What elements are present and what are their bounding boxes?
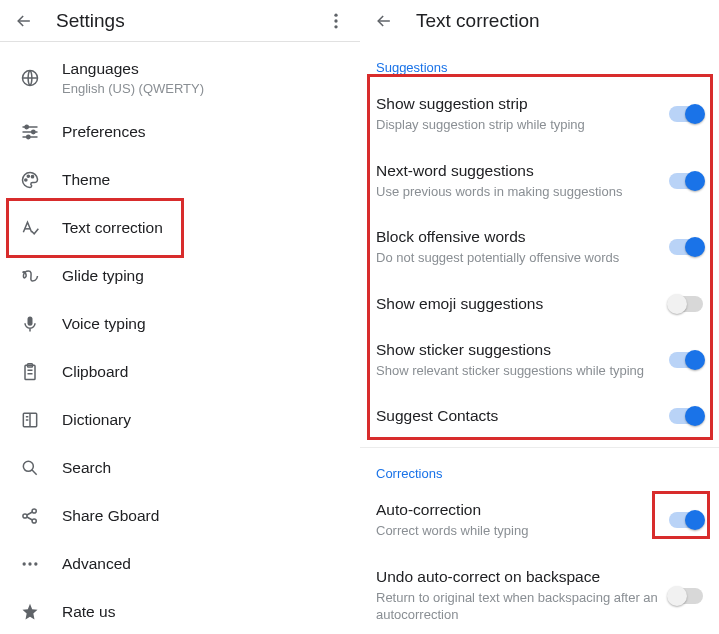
sidebar-item-preferences[interactable]: Preferences [0, 108, 360, 156]
search-icon [20, 458, 62, 478]
sidebar-item-advanced[interactable]: Advanced [0, 540, 360, 588]
sub-label: Use previous words in making suggestions [376, 183, 669, 201]
sub-label: Show relevant sticker suggestions while … [376, 362, 669, 380]
svg-point-16 [23, 514, 27, 518]
toggle-auto-correction[interactable] [669, 512, 703, 528]
toggle-block-offensive[interactable] [669, 239, 703, 255]
sidebar-item-rate[interactable]: Rate us [0, 588, 360, 634]
label: Show emoji suggestions [376, 295, 669, 313]
setting-block-offensive[interactable]: Block offensive words Do not suggest pot… [360, 214, 719, 281]
setting-sticker-suggestions[interactable]: Show sticker suggestions Show relevant s… [360, 327, 719, 394]
label: Search [62, 459, 111, 477]
sidebar-item-dictionary[interactable]: Dictionary [0, 396, 360, 444]
svg-point-6 [27, 135, 30, 138]
back-icon[interactable] [14, 11, 34, 31]
sidebar-item-search[interactable]: Search [0, 444, 360, 492]
setting-undo-autocorrect[interactable]: Undo auto-correct on backspace Return to… [360, 554, 719, 634]
label: Undo auto-correct on backspace [376, 568, 669, 586]
svg-point-15 [32, 509, 36, 513]
sub-label: Display suggestion strip while typing [376, 116, 669, 134]
page-title: Text correction [416, 10, 540, 32]
section-suggestions: Suggestions [360, 42, 719, 81]
sidebar-item-theme[interactable]: Theme [0, 156, 360, 204]
label: Dictionary [62, 411, 131, 429]
toggle-emoji-suggestions[interactable] [669, 296, 703, 312]
label: Show suggestion strip [376, 95, 669, 113]
sub-label: Return to original text when backspacing… [376, 589, 669, 624]
label: Clipboard [62, 363, 128, 381]
setting-emoji-suggestions[interactable]: Show emoji suggestions [360, 281, 719, 327]
svg-point-0 [334, 13, 337, 16]
label: Share Gboard [62, 507, 159, 525]
sidebar-item-share[interactable]: Share Gboard [0, 492, 360, 540]
label: Glide typing [62, 267, 144, 285]
svg-point-7 [25, 179, 27, 181]
svg-rect-10 [28, 317, 33, 326]
svg-point-14 [23, 461, 33, 471]
more-vert-icon[interactable] [326, 11, 346, 31]
setting-next-word[interactable]: Next-word suggestions Use previous words… [360, 148, 719, 215]
palette-icon [20, 170, 62, 190]
more-horiz-icon [20, 554, 62, 574]
label: Preferences [62, 123, 146, 141]
svg-point-8 [27, 175, 29, 177]
settings-list: Languages English (US) (QWERTY) Preferen… [0, 42, 360, 634]
sidebar-item-text-correction[interactable]: Text correction [0, 204, 360, 252]
sidebar-item-clipboard[interactable]: Clipboard [0, 348, 360, 396]
svg-point-17 [32, 519, 36, 523]
label: Next-word suggestions [376, 162, 669, 180]
svg-point-18 [23, 562, 26, 565]
svg-point-1 [334, 19, 337, 22]
sub-label: English (US) (QWERTY) [62, 81, 204, 96]
globe-icon [20, 68, 62, 88]
clipboard-icon [20, 362, 62, 382]
share-icon [20, 506, 62, 526]
label: Auto-correction [376, 501, 669, 519]
svg-point-2 [334, 25, 337, 28]
left-header: Settings [0, 0, 360, 42]
star-icon [20, 602, 62, 622]
label: Voice typing [62, 315, 146, 333]
toggle-sticker-suggestions[interactable] [669, 352, 703, 368]
sidebar-item-languages[interactable]: Languages English (US) (QWERTY) [0, 48, 360, 108]
page-title: Settings [56, 10, 125, 32]
label: Block offensive words [376, 228, 669, 246]
svg-point-5 [32, 130, 35, 133]
setting-auto-correction[interactable]: Auto-correction Correct words while typi… [360, 487, 719, 554]
text-correction-icon [20, 218, 62, 238]
label: Theme [62, 171, 110, 189]
label: Advanced [62, 555, 131, 573]
sidebar-item-voice-typing[interactable]: Voice typing [0, 300, 360, 348]
mic-icon [20, 314, 62, 334]
toggle-suggest-contacts[interactable] [669, 408, 703, 424]
back-icon[interactable] [374, 11, 394, 31]
section-corrections: Corrections [360, 448, 719, 487]
svg-point-9 [31, 176, 33, 178]
right-header: Text correction [360, 0, 719, 42]
label: Languages [62, 60, 204, 78]
sub-label: Do not suggest potentially offensive wor… [376, 249, 669, 267]
svg-point-20 [34, 562, 37, 565]
tune-icon [20, 122, 62, 142]
label: Rate us [62, 603, 115, 621]
svg-point-4 [25, 125, 28, 128]
setting-show-suggestion-strip[interactable]: Show suggestion strip Display suggestion… [360, 81, 719, 148]
sidebar-item-glide-typing[interactable]: Glide typing [0, 252, 360, 300]
toggle-undo-autocorrect[interactable] [669, 588, 703, 604]
book-icon [20, 410, 62, 430]
label: Text correction [62, 219, 163, 237]
label: Show sticker suggestions [376, 341, 669, 359]
sub-label: Correct words while typing [376, 522, 669, 540]
label: Suggest Contacts [376, 407, 669, 425]
toggle-suggestion-strip[interactable] [669, 106, 703, 122]
setting-suggest-contacts[interactable]: Suggest Contacts [360, 393, 719, 439]
toggle-next-word[interactable] [669, 173, 703, 189]
svg-point-19 [28, 562, 31, 565]
gesture-icon [20, 266, 62, 286]
